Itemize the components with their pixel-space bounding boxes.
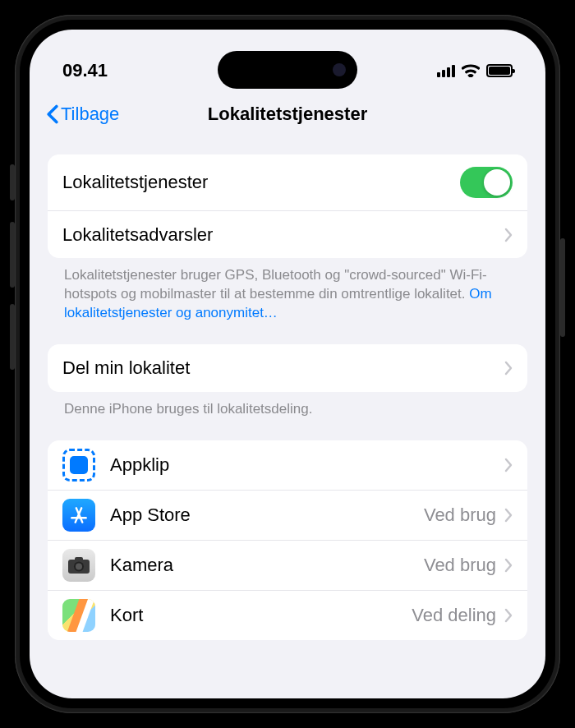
- back-button[interactable]: Tilbage: [46, 104, 119, 125]
- maps-icon: [62, 599, 95, 632]
- location-footer-text: Lokalitetstjenester bruger GPS, Bluetoot…: [48, 258, 527, 323]
- cellular-signal-icon: [437, 64, 455, 77]
- settings-group-location: Lokalitetstjenester Lokalitetsadvarsler: [48, 154, 527, 258]
- share-location-label: Del min lokalitet: [62, 357, 504, 379]
- app-permission-value: Ved deling: [412, 605, 496, 626]
- appclip-icon: [62, 449, 95, 481]
- chevron-right-icon: [504, 558, 513, 573]
- app-row-camera[interactable]: KameraVed brug: [48, 540, 527, 590]
- navigation-bar: Tilbage Lokalitetstjenester: [30, 89, 545, 138]
- appstore-icon: [62, 499, 95, 532]
- chevron-right-icon: [504, 608, 513, 623]
- app-permission-value: Ved brug: [424, 555, 496, 576]
- app-row-maps[interactable]: KortVed deling: [48, 590, 527, 640]
- front-camera: [333, 63, 346, 76]
- app-row-appclip[interactable]: Appklip: [48, 440, 527, 490]
- screen: 09.41: [30, 30, 545, 698]
- battery-icon: [486, 64, 513, 77]
- chevron-right-icon: [504, 508, 513, 523]
- location-services-label: Lokalitetstjenester: [62, 172, 460, 193]
- status-time: 09.41: [62, 60, 108, 81]
- back-label: Tilbage: [61, 104, 119, 125]
- footer-text-body: Lokalitetstjenester bruger GPS, Bluetoot…: [64, 267, 487, 302]
- share-location-row[interactable]: Del min lokalitet: [48, 344, 527, 392]
- app-permission-value: Ved brug: [424, 505, 496, 526]
- chevron-right-icon: [504, 361, 513, 376]
- dynamic-island: [218, 51, 357, 89]
- chevron-right-icon: [504, 228, 513, 242]
- location-services-toggle[interactable]: [460, 167, 513, 198]
- power-button: [560, 238, 565, 337]
- svg-rect-4: [75, 557, 83, 561]
- location-services-row[interactable]: Lokalitetstjenester: [48, 154, 527, 210]
- toggle-knob: [484, 169, 510, 196]
- phone-bezel: 09.41: [15, 15, 560, 713]
- wifi-icon: [462, 64, 480, 77]
- location-alerts-row[interactable]: Lokalitetsadvarsler: [48, 210, 527, 258]
- svg-point-6: [76, 563, 82, 569]
- chevron-right-icon: [504, 458, 513, 472]
- page-title: Lokalitetstjenester: [208, 104, 367, 125]
- app-label: Appklip: [110, 454, 504, 476]
- chevron-left-icon: [46, 104, 59, 124]
- camera-icon: [62, 549, 95, 582]
- settings-group-apps: AppklipApp StoreVed brugKameraVed brugKo…: [48, 440, 527, 640]
- settings-group-share: Del min lokalitet: [48, 344, 527, 392]
- phone-frame: 09.41: [0, 0, 575, 728]
- app-label: Kamera: [110, 555, 424, 576]
- app-label: App Store: [110, 505, 424, 526]
- app-label: Kort: [110, 605, 412, 626]
- share-footer-text: Denne iPhone bruges til lokalitetsdeling…: [48, 392, 527, 419]
- app-row-appstore[interactable]: App StoreVed brug: [48, 490, 527, 540]
- location-alerts-label: Lokalitetsadvarsler: [62, 224, 504, 246]
